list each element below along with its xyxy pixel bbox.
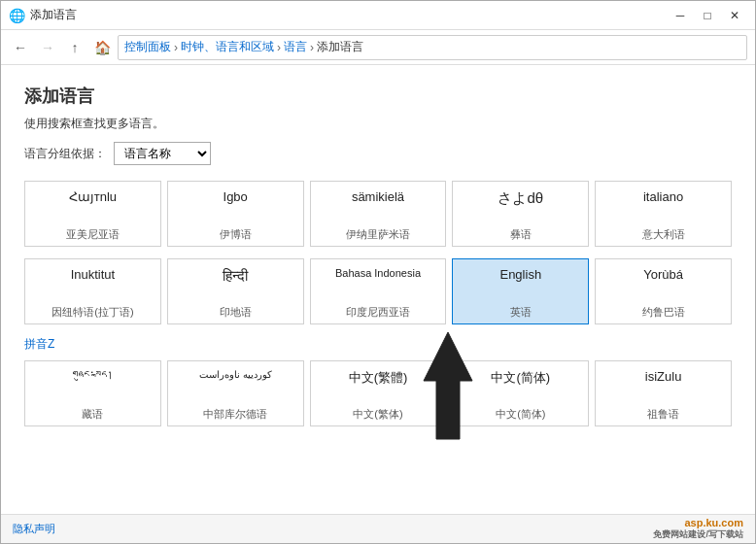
breadcrumb-language[interactable]: 语言	[284, 39, 307, 55]
language-grid-row3: གཞུང་སྐད། 藏语 كوردييە ناوەراست 中部库尔德语 中文(…	[24, 360, 732, 426]
language-grid-row1: Հայтnlu 亚美尼亚语 Igbo 伊博语 sämikielä 伊纳里萨米语 …	[24, 181, 732, 247]
lang-chinese: 印地语	[220, 305, 252, 320]
lang-native: italiano	[643, 189, 683, 204]
privacy-link[interactable]: 隐私声明	[13, 522, 55, 536]
lang-zulu[interactable]: isiZulu 祖鲁语	[595, 360, 732, 426]
lang-indonesian[interactable]: Bahasa Indonesia 印度尼西亚语	[310, 258, 447, 324]
minimize-button[interactable]: ─	[668, 5, 693, 26]
lang-yoruba[interactable]: Yorùbá 约鲁巴语	[595, 258, 732, 324]
lang-native: isiZulu	[645, 369, 682, 384]
lang-chinese: 意大利语	[642, 227, 685, 242]
page-title: 添加语言	[24, 85, 732, 108]
lang-chinese: 伊纳里萨米语	[346, 227, 410, 242]
lang-inuktitut[interactable]: Inuktitut 因纽特语(拉丁语)	[24, 258, 161, 324]
lang-native: sämikielä	[352, 189, 404, 204]
close-button[interactable]: ✕	[722, 5, 747, 26]
lang-yi[interactable]: さよdθ 彝语	[452, 181, 589, 247]
lang-hindi[interactable]: हिन्दी 印地语	[167, 258, 304, 324]
lang-chinese: 因纽特语(拉丁语)	[52, 305, 133, 320]
lang-igbo[interactable]: Igbo 伊博语	[167, 181, 304, 247]
watermark: asp.ku.com 免费网站建设/写下载站	[653, 517, 743, 541]
window-title: 添加语言	[30, 7, 77, 23]
lang-native: 中文(简体)	[491, 369, 550, 387]
lang-chinese: 彝语	[510, 227, 532, 242]
lang-native: གཞུང་སྐད།	[72, 369, 113, 381]
lang-native: English	[499, 267, 541, 282]
address-bar: ← → ↑ 🏠 控制面板 › 时钟、语言和区域 › 语言 › 添加语言	[1, 30, 755, 65]
window-controls: ─ □ ✕	[668, 5, 747, 26]
lang-native: हिन्दी	[223, 267, 248, 285]
lang-italian[interactable]: italiano 意大利语	[595, 181, 732, 247]
up-button[interactable]: ↑	[63, 36, 86, 59]
lang-inari-sami[interactable]: sämikielä 伊纳里萨米语	[310, 181, 447, 247]
lang-chinese: 印度尼西亚语	[346, 305, 410, 320]
content-wrapper: 添加语言 使用搜索框查找更多语言。 语言分组依据： 语言名称 国家/地区 语言代…	[1, 65, 755, 514]
watermark-site: asp.ku.com	[684, 517, 743, 528]
lang-chinese-simplified[interactable]: 中文(简体) 中文(简体)	[452, 360, 589, 426]
lang-chinese: 藏语	[82, 407, 103, 422]
lang-native: Bahasa Indonesia	[335, 267, 421, 279]
home-button[interactable]: 🏠	[90, 36, 114, 59]
forward-button[interactable]: →	[36, 36, 59, 59]
lang-native: 中文(繁體)	[349, 369, 408, 387]
description: 使用搜索框查找更多语言。	[24, 116, 732, 132]
lang-tibetan[interactable]: གཞུང་སྐད། 藏语	[24, 360, 161, 426]
maximize-button[interactable]: □	[695, 5, 720, 26]
breadcrumb-control-panel[interactable]: 控制面板	[124, 39, 171, 55]
window-icon: 🌐	[9, 8, 24, 23]
lang-chinese: 中部库尔德语	[203, 407, 267, 422]
lang-chinese: 亚美尼亚语	[66, 227, 120, 242]
breadcrumb: 控制面板 › 时钟、语言和区域 › 语言 › 添加语言	[118, 35, 747, 60]
footer-bar: 隐私声明 asp.ku.com 免费网站建设/写下载站	[1, 514, 755, 543]
lang-chinese: 中文(简体)	[496, 407, 545, 422]
lang-armenian[interactable]: Հայтnlu 亚美尼亚语	[24, 181, 161, 247]
lang-native: Հայтnlu	[69, 189, 117, 204]
lang-native: Inuktitut	[71, 267, 116, 282]
lang-chinese: 中文(繁体)	[353, 407, 402, 422]
lang-native: Yorùbá	[643, 267, 683, 282]
lang-native: كوردييە ناوەراست	[199, 369, 272, 380]
filter-select[interactable]: 语言名称 国家/地区 语言代码	[114, 142, 211, 165]
back-button[interactable]: ←	[9, 36, 32, 59]
filter-row: 语言分组依据： 语言名称 国家/地区 语言代码	[24, 142, 732, 165]
section-z-label[interactable]: 拼音Z	[24, 336, 732, 353]
lang-chinese-traditional[interactable]: 中文(繁體) 中文(繁体)	[310, 360, 447, 426]
lang-chinese: 约鲁巴语	[642, 305, 685, 320]
breadcrumb-current: 添加语言	[317, 39, 363, 55]
breadcrumb-clock-region[interactable]: 时钟、语言和区域	[181, 39, 274, 55]
lang-chinese: 英语	[510, 305, 532, 320]
lang-central-kurdish[interactable]: كوردييە ناوەراست 中部库尔德语	[167, 360, 304, 426]
lang-english[interactable]: English 英语	[452, 258, 589, 324]
language-grid-row2: Inuktitut 因纽特语(拉丁语) हिन्दी 印地语 Bahasa In…	[24, 258, 732, 324]
lang-native: Igbo	[223, 189, 248, 204]
lang-chinese: 伊博语	[220, 227, 252, 242]
lang-native: さよdθ	[498, 189, 543, 208]
title-bar: 🌐 添加语言 ─ □ ✕	[1, 1, 755, 30]
lang-chinese: 祖鲁语	[647, 407, 679, 422]
main-panel: 添加语言 使用搜索框查找更多语言。 语言分组依据： 语言名称 国家/地区 语言代…	[1, 65, 755, 514]
watermark-tagline: 免费网站建设/写下载站	[653, 528, 743, 541]
filter-label: 语言分组依据：	[24, 146, 106, 162]
